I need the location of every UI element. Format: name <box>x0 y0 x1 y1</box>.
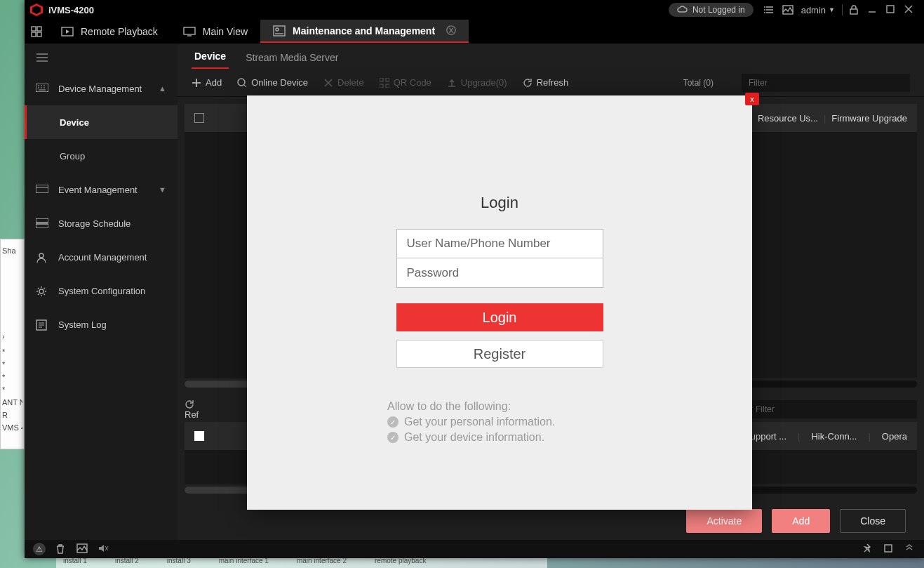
svg-rect-6 <box>32 27 36 31</box>
sidebar-label: Storage Schedule <box>58 218 130 229</box>
sidebar-item-storage-schedule[interactable]: Storage Schedule <box>25 206 178 240</box>
upgrade-button: Upgrade(0) <box>447 77 507 88</box>
online-add-button[interactable]: Add <box>772 509 830 533</box>
svg-rect-24 <box>380 84 383 88</box>
online-close-button[interactable]: Close <box>840 509 906 533</box>
subtab-stream-media-server[interactable]: Stream Media Server <box>243 46 341 69</box>
login-status-text: Not Logged in <box>692 5 745 15</box>
tab-label: Remote Playback <box>81 26 158 37</box>
svg-rect-5 <box>887 6 894 13</box>
refresh-icon <box>185 399 194 409</box>
close-button[interactable] <box>904 4 915 15</box>
column-operation[interactable]: Opera <box>882 431 907 442</box>
app-grid-button[interactable] <box>25 20 48 43</box>
permission-item: ✓ Get your device information. <box>387 431 555 444</box>
sidebar-collapse-button[interactable] <box>25 44 178 72</box>
check-icon: ✓ <box>387 416 399 428</box>
trash-icon[interactable] <box>55 543 67 555</box>
tab-close-icon[interactable]: ⓧ <box>446 25 456 37</box>
activate-button[interactable]: Activate <box>686 509 762 533</box>
svg-point-18 <box>39 253 43 258</box>
modal-login-button[interactable]: Login <box>396 303 603 331</box>
sidebar-item-device-management[interactable]: Device Management ▲ <box>25 72 178 105</box>
modal-register-button[interactable]: Register <box>396 340 603 368</box>
login-status-pill[interactable]: Not Logged in <box>669 3 754 17</box>
online-refresh-button[interactable]: Ref <box>185 399 199 420</box>
pin-icon[interactable] <box>862 543 873 555</box>
svg-rect-11 <box>184 27 195 34</box>
password-input[interactable] <box>396 258 603 288</box>
status-bar: ⚠ <box>25 540 924 558</box>
lock-icon[interactable] <box>849 4 860 15</box>
list-icon[interactable] <box>764 4 775 15</box>
sidebar-item-system-log[interactable]: System Log <box>25 308 178 341</box>
expand-up-icon[interactable] <box>904 543 916 555</box>
permissions-heading: Allow to do the following: <box>387 400 555 413</box>
tab-main-view[interactable]: Main View <box>170 20 260 43</box>
online-filter-input[interactable] <box>749 400 917 418</box>
user-icon <box>36 252 48 262</box>
wrench-icon <box>273 25 286 37</box>
sidebar-item-event-management[interactable]: Event Management ▼ <box>25 173 178 206</box>
picture-icon[interactable] <box>76 543 88 555</box>
svg-rect-12 <box>274 26 285 36</box>
caret-down-icon: ▼ <box>829 6 835 13</box>
modal-close-button[interactable]: x <box>745 93 759 105</box>
sidebar-item-system-configuration[interactable]: System Configuration <box>25 274 178 308</box>
filter-input[interactable] <box>742 74 910 92</box>
user-name-label: admin <box>801 5 826 15</box>
cloud-icon <box>677 5 688 15</box>
sidebar-label: Account Management <box>58 252 147 263</box>
qrcode-icon <box>380 78 389 88</box>
svg-rect-15 <box>36 185 48 193</box>
login-modal: x Login Login Register Allow to do the f… <box>247 95 752 510</box>
svg-point-13 <box>276 28 279 31</box>
tab-remote-playback[interactable]: Remote Playback <box>48 20 170 43</box>
maximize-button[interactable] <box>885 4 897 15</box>
alert-badge-icon[interactable]: ⚠ <box>33 543 46 555</box>
chevron-down-icon: ▼ <box>159 185 166 194</box>
image-icon[interactable] <box>782 4 794 15</box>
background-explorer-window: Sha › **** ANT N R VMS 4 <box>0 239 25 449</box>
playback-icon <box>61 27 74 37</box>
column-hik-connect[interactable]: Hik-Conn... <box>811 431 857 442</box>
keyboard-icon <box>36 84 48 93</box>
column-firmware-upgrade[interactable]: Firmware Upgrade <box>831 113 907 124</box>
sidebar-item-account-management[interactable]: Account Management <box>25 240 178 274</box>
refresh-icon <box>523 78 533 88</box>
plus-icon <box>192 78 201 88</box>
svg-rect-9 <box>37 32 41 37</box>
content-subtabs: Device Stream Media Server <box>178 44 924 69</box>
separator <box>842 4 843 15</box>
svg-rect-27 <box>885 545 892 552</box>
online-device-button[interactable]: Online Device <box>237 77 308 88</box>
add-button[interactable]: Add <box>192 77 222 88</box>
online-select-all-checkbox[interactable] <box>194 431 204 441</box>
monitor-icon <box>183 27 196 37</box>
column-resource-usage[interactable]: Resource Us... <box>758 113 818 124</box>
user-menu[interactable]: admin ▼ <box>801 5 835 15</box>
tab-maintenance[interactable]: Maintenance and Management ⓧ <box>260 20 469 43</box>
sidebar-sub-group[interactable]: Group <box>25 139 178 173</box>
gear-icon <box>36 286 48 296</box>
sidebar-label: System Configuration <box>58 286 145 296</box>
svg-rect-7 <box>37 27 41 31</box>
permissions-block: Allow to do the following: ✓ Get your pe… <box>387 400 555 444</box>
sidebar-sub-device[interactable]: Device <box>25 105 178 139</box>
svg-rect-23 <box>386 78 389 81</box>
refresh-button[interactable]: Refresh <box>523 77 569 88</box>
sidebar-label: Event Management <box>58 185 138 195</box>
select-all-checkbox[interactable] <box>194 113 204 123</box>
search-icon <box>237 78 247 88</box>
mute-icon[interactable] <box>98 543 109 555</box>
username-input[interactable] <box>396 229 603 258</box>
svg-rect-22 <box>380 78 383 81</box>
upload-icon <box>447 78 457 88</box>
restore-icon[interactable] <box>883 543 895 555</box>
svg-point-2 <box>764 12 765 13</box>
svg-rect-4 <box>850 9 857 14</box>
svg-rect-17 <box>36 224 48 228</box>
minimize-button[interactable] <box>867 4 878 15</box>
subtab-device[interactable]: Device <box>192 45 229 69</box>
x-icon <box>323 78 333 88</box>
